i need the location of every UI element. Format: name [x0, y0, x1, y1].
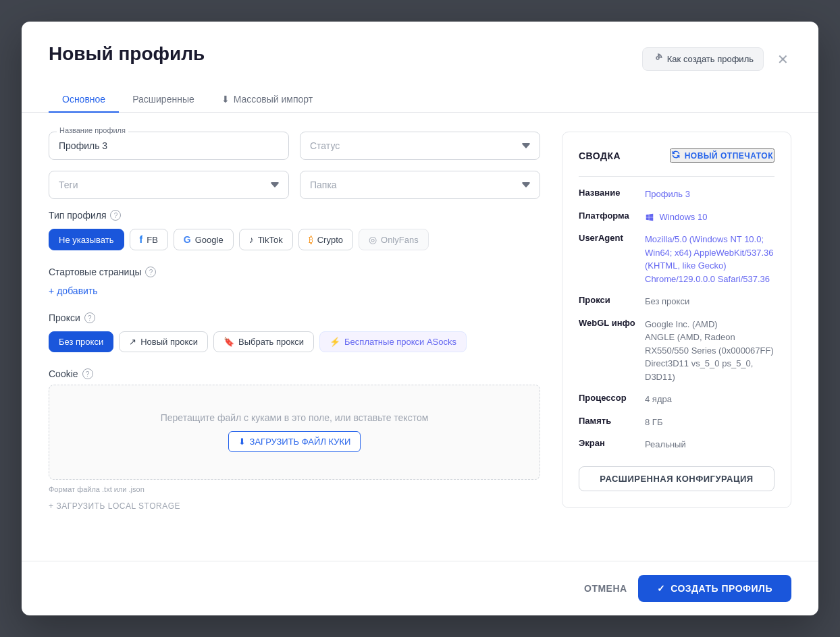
summary-val-platform: Windows 10: [645, 211, 775, 224]
summary-val-webgl: Google Inc. (AMD)ANGLE (AMD, Radeon RX55…: [645, 318, 775, 384]
type-btn-crypto[interactable]: ₿ Crypto: [298, 229, 353, 250]
summary-row-screen: Экран Реальный: [579, 438, 775, 451]
form-section: Название профиля Статус Теги: [49, 132, 540, 545]
cancel-button[interactable]: ОТМЕНА: [584, 583, 627, 594]
proxy-label: Прокси: [49, 312, 80, 323]
advanced-config-button[interactable]: РАСШИРЕННАЯ КОНФИГУРАЦИЯ: [579, 466, 775, 491]
type-btn-tiktok-label: TikTok: [258, 235, 283, 245]
summary-key-platform: Платформа: [579, 211, 639, 224]
folder-field: Папка: [300, 171, 540, 199]
summary-key-screen: Экран: [579, 438, 639, 451]
create-profile-button[interactable]: ✓ СОЗДАТЬ ПРОФИЛЬ: [638, 575, 791, 602]
summary-title: СВОДКА: [579, 150, 621, 161]
modal-body: Название профиля Статус Теги: [22, 113, 818, 561]
tab-basic[interactable]: Основное: [49, 87, 119, 113]
bookmark-icon: 🔖: [224, 337, 234, 347]
profile-type-label: Тип профиля: [49, 210, 106, 221]
windows-icon: [645, 213, 654, 222]
summary-row-cpu: Процессор 4 ядра: [579, 393, 775, 406]
type-btn-tiktok[interactable]: ♪ TikTok: [239, 229, 293, 250]
new-fingerprint-label: НОВЫЙ ОТПЕЧАТОК: [685, 151, 773, 161]
download-icon: ⬇: [221, 94, 230, 105]
summary-panel: СВОДКА НОВЫЙ ОТПЕЧАТОК Название Профиль …: [562, 132, 791, 508]
cookie-label-text: Cookie: [49, 368, 78, 379]
type-btn-none[interactable]: Не указывать: [49, 229, 124, 250]
summary-val-name: Профиль 3: [645, 188, 775, 201]
proxy-btn-select-label: Выбрать прокси: [238, 337, 304, 347]
modal-title: Новый профиль: [49, 43, 205, 65]
summary-key-cpu: Процессор: [579, 393, 639, 406]
add-label: добавить: [57, 285, 97, 296]
local-storage-link[interactable]: + ЗАГРУЗИТЬ LOCAL STORAGE: [49, 501, 540, 511]
proxy-btn-none-label: Без прокси: [59, 337, 103, 347]
upload-cookie-button[interactable]: ⬇ ЗАГРУЗИТЬ ФАЙЛ КУКИ: [228, 431, 361, 452]
proxy-btn-free[interactable]: ⚡ Бесплатные прокси ASocks: [319, 331, 467, 352]
plus-icon: +: [49, 285, 54, 296]
status-select[interactable]: Статус: [300, 132, 540, 160]
profile-type-section-label: Тип профиля ?: [49, 210, 540, 221]
summary-val-proxy: Без прокси: [645, 295, 775, 308]
upload-cookie-label: ЗАГРУЗИТЬ ФАЙЛ КУКИ: [250, 437, 351, 447]
type-btn-fb-label: FB: [147, 235, 158, 245]
summary-val-memory: 8 ГБ: [645, 416, 775, 429]
how-to-label: Как создать профиль: [667, 54, 754, 64]
summary-row-memory: Память 8 ГБ: [579, 416, 775, 429]
summary-key-useragent: UserAgent: [579, 233, 639, 285]
type-btn-crypto-label: Crypto: [317, 235, 343, 245]
local-storage-label: ЗАГРУЗИТЬ LOCAL STORAGE: [57, 501, 180, 511]
modal-footer: ОТМЕНА ✓ СОЗДАТЬ ПРОФИЛЬ: [22, 561, 818, 615]
cookie-help-icon[interactable]: ?: [82, 368, 93, 379]
summary-divider: [579, 176, 775, 177]
modal-header: Новый профиль Как создать профиль ✕: [22, 22, 818, 71]
add-start-page-link[interactable]: + добавить: [49, 285, 540, 296]
tab-bulk[interactable]: ⬇ Массовый импорт: [208, 87, 326, 113]
start-pages-help-icon[interactable]: ?: [145, 267, 156, 277]
how-to-button[interactable]: Как создать профиль: [642, 47, 764, 71]
fb-icon: f: [140, 234, 143, 245]
summary-val-useragent: Mozilla/5.0 (Windows NT 10.0; Win64; x64…: [645, 233, 775, 285]
close-button[interactable]: ✕: [775, 49, 791, 70]
bitcoin-icon: ₿: [309, 234, 313, 245]
tab-advanced-label: Расширенные: [132, 94, 194, 105]
proxy-section-label: Прокси ?: [49, 312, 540, 323]
tiktok-icon: ♪: [249, 234, 254, 245]
proxy-btn-select[interactable]: 🔖 Выбрать прокси: [213, 331, 314, 352]
proxy-btn-none[interactable]: Без прокси: [49, 331, 113, 352]
summary-row-platform: Платформа Windows 10: [579, 211, 775, 224]
cookie-dropzone[interactable]: Перетащите файл с куками в это поле, или…: [49, 385, 540, 480]
type-btn-none-label: Не указывать: [59, 235, 114, 245]
type-btn-fb[interactable]: f FB: [130, 229, 168, 250]
folder-select[interactable]: Папка: [300, 171, 540, 199]
header-actions: Как создать профиль ✕: [642, 47, 791, 71]
fingerprint-icon: [652, 53, 663, 65]
new-fingerprint-button[interactable]: НОВЫЙ ОТПЕЧАТОК: [670, 148, 775, 163]
summary-val-screen: Реальный: [645, 438, 775, 451]
summary-key-memory: Память: [579, 416, 639, 429]
tab-basic-label: Основное: [62, 94, 105, 105]
type-btn-google-label: Google: [195, 235, 224, 245]
checkmark-icon: ✓: [657, 583, 666, 594]
tags-select[interactable]: Теги: [49, 171, 289, 199]
tags-field: Теги: [49, 171, 289, 199]
form-row-2: Теги Папка: [49, 171, 540, 199]
summary-key-name: Название: [579, 188, 639, 201]
type-btn-onlyfans[interactable]: ◎ OnlyFans: [359, 229, 429, 250]
bolt-icon: ⚡: [330, 337, 340, 347]
create-label: СОЗДАТЬ ПРОФИЛЬ: [671, 583, 772, 594]
tab-advanced[interactable]: Расширенные: [119, 87, 208, 113]
profile-name-input[interactable]: [49, 132, 289, 160]
fingerprint-refresh-icon: [671, 150, 681, 161]
modal-dialog: Новый профиль Как создать профиль ✕ Осно…: [22, 22, 818, 615]
google-icon: G: [184, 234, 191, 245]
type-btn-google[interactable]: G Google: [174, 229, 234, 250]
profile-type-help-icon[interactable]: ?: [110, 210, 121, 221]
proxy-help-icon[interactable]: ?: [84, 312, 95, 323]
profile-type-buttons: Не указывать f FB G Google ♪ TikTok: [49, 229, 540, 250]
export-icon: ↗: [129, 337, 136, 347]
status-field: Статус: [300, 132, 540, 160]
upload-icon: ⬇: [238, 437, 246, 447]
proxy-btn-new[interactable]: ↗ Новый прокси: [119, 331, 208, 352]
modal-overlay: Новый профиль Как создать профиль ✕ Осно…: [0, 0, 840, 637]
cookie-section-label: Cookie ?: [49, 368, 540, 379]
start-pages-label: Стартовые страницы: [49, 267, 141, 277]
